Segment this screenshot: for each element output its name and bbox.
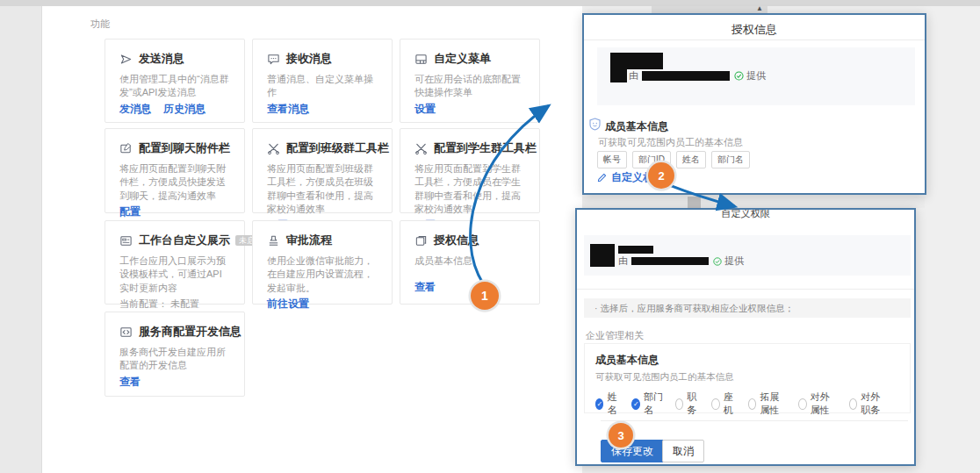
custom-menu-icon	[414, 53, 428, 66]
card-title: 配置到学生群工具栏	[434, 140, 537, 156]
screenshot-root: ▲ 功能 发送消息 使用管理工具中的“消息群发”或API发送消息 发消息历史消息…	[0, 0, 980, 473]
step-1-marker: 1	[471, 282, 499, 310]
redacted-avatar	[590, 244, 615, 267]
card-title: 审批流程	[286, 233, 332, 248]
card-desc: 将应用页面配置到学生群工具栏，方便成员在学生群聊中查看和使用，提高家校沟通效率	[414, 162, 525, 217]
card-desc: 使用企业微信审批能力，在自建应用内设置流程，发起审批。	[267, 254, 378, 295]
link-view-dev-info[interactable]: 查看	[119, 375, 141, 390]
card-desc: 可在应用会话的底部配置快捷操作菜单	[414, 73, 525, 100]
redacted-avatar	[610, 69, 627, 82]
provided-by-suffix: 提供	[746, 69, 766, 82]
shield-icon	[589, 118, 601, 134]
link-history-message[interactable]: 历史消息	[163, 102, 205, 117]
link-send-message[interactable]: 发消息	[119, 102, 151, 117]
card-authorization-info: 授权信息 成员基本信息 查看	[400, 220, 540, 305]
card-desc: 成员基本信息	[414, 254, 525, 268]
card-title: 服务商配置开发信息	[139, 324, 241, 340]
link-view-message[interactable]: 查看消息	[267, 102, 309, 117]
redacted-app-name	[610, 53, 663, 69]
verified-icon	[734, 71, 744, 81]
redacted-provider-name	[631, 257, 709, 265]
group-label: 企业管理相关	[586, 329, 644, 342]
permission-options-row: ✓姓名 ✓部门名 职务 座机 拓展属性 对外属性 对外职务	[595, 391, 899, 417]
workbench-icon	[119, 234, 133, 247]
checkbox-external-attr[interactable]: 对外属性	[798, 391, 837, 417]
card-title: 接收消息	[286, 51, 332, 67]
scroll-up-icon[interactable]: ▲	[756, 4, 763, 12]
redacted-provider-name	[642, 71, 730, 81]
checkbox-external-job[interactable]: 对外职务	[849, 391, 888, 417]
page-left-gutter	[0, 6, 42, 473]
card-desc: 工作台应用入口展示为预设模板样式，可通过API实时更新内容	[119, 254, 230, 295]
horizontal-scrollbar-track	[582, 197, 925, 208]
popup-title-divider	[584, 39, 925, 40]
chat-attachment-icon	[119, 142, 133, 155]
card-student-group-toolbar: 配置到学生群工具栏 将应用页面配置到学生群工具栏，方便成员在学生群聊中查看和使用…	[400, 128, 540, 213]
member-info-desc: 可获取可见范围内员工的基本信息	[595, 371, 899, 383]
tag-account: 帐号	[597, 151, 627, 168]
link-settings[interactable]: 设置	[414, 102, 436, 117]
app-provider-header: 由 提供	[597, 47, 915, 105]
approval-icon	[267, 234, 280, 247]
checkbox-extended-attr[interactable]: 拓展属性	[748, 391, 787, 417]
checkbox-unchecked-icon	[798, 398, 807, 410]
card-desc: 普通消息、自定义菜单操作	[267, 73, 378, 100]
step-3-marker: 3	[609, 423, 633, 448]
card-custom-menu: 自定义菜单 可在应用会话的底部配置快捷操作菜单 设置	[400, 39, 540, 123]
pencil-icon	[597, 173, 607, 183]
step-2-marker: 2	[648, 162, 674, 189]
member-info-panel: 成员基本信息 可获取可见范围内员工的基本信息 ✓姓名 ✓部门名 职务 座机 拓展…	[584, 343, 911, 413]
app-provider-header: 由 提供	[584, 235, 911, 276]
checkbox-department-name[interactable]: ✓部门名	[631, 391, 663, 417]
save-changes-button[interactable]: 保存更改	[601, 440, 664, 462]
member-info-desc: 可获取可见范围内员工的基本信息	[598, 136, 743, 149]
tag-department-name: 部门名	[711, 151, 750, 168]
divider	[577, 289, 916, 290]
link-view-authorization[interactable]: 查看	[414, 280, 436, 295]
checkbox-unchecked-icon	[849, 398, 858, 410]
class-toolbar-icon	[267, 142, 280, 155]
field-tag-row: 帐号 部门ID 姓名 部门名	[597, 151, 750, 168]
card-title: 发送消息	[139, 51, 184, 67]
provided-by-line: 由 提供	[618, 255, 744, 267]
card-provider-dev-info: 服务商配置开发信息 服务商代开发自建应用所配置的开发信息 查看	[104, 312, 245, 397]
cancel-button[interactable]: 取消	[662, 440, 704, 462]
card-desc: 使用管理工具中的“消息群发”或API发送消息	[119, 73, 230, 100]
verified-icon	[713, 257, 722, 266]
card-title: 配置到班级群工具栏	[286, 140, 389, 156]
checkbox-landline[interactable]: 座机	[711, 391, 736, 417]
member-info-title: 成员基本信息	[605, 119, 668, 134]
popup-authorization-info: 授权信息 由 提供 成员基本信息 可获取可见范围内员工的基本信息 帐号 部门ID…	[582, 13, 926, 195]
card-title: 工作台自定义展示	[139, 233, 230, 248]
checkbox-checked-icon: ✓	[631, 398, 640, 410]
checkbox-job-title[interactable]: 职务	[675, 391, 700, 417]
provided-by-line: 由 提供	[629, 69, 766, 82]
card-workbench-display: 工作台自定义展示未启用 工作台应用入口展示为预设模板样式，可通过API实时更新内…	[104, 220, 245, 305]
card-receive-message: 接收消息 普通消息、自定义菜单操作 查看消息	[252, 39, 393, 123]
link-configure[interactable]: 配置	[119, 204, 141, 219]
authorization-icon	[414, 234, 428, 247]
provided-by-prefix: 由	[629, 69, 638, 82]
checkbox-unchecked-icon	[711, 398, 719, 410]
card-desc: 服务商代开发自建应用所配置的开发信息	[119, 346, 230, 373]
checkbox-unchecked-icon	[748, 398, 757, 410]
card-class-group-toolbar: 配置到班级群工具栏 将应用页面配置到班级群工具栏，方便成员在班级群聊中查看和使用…	[252, 128, 393, 213]
member-info-title: 成员基本信息	[595, 353, 899, 368]
card-title: 配置到聊天附件栏	[139, 140, 230, 156]
card-approval-flow: 审批流程 使用企业微信审批能力，在自建应用内设置流程，发起审批。 前往设置	[252, 220, 393, 305]
browser-top-strip	[0, 0, 980, 6]
checkbox-name[interactable]: ✓姓名	[595, 391, 620, 417]
checkbox-checked-icon: ✓	[595, 398, 603, 410]
send-icon	[119, 53, 133, 66]
link-go-settings[interactable]: 前往设置	[267, 297, 309, 312]
student-toolbar-icon	[414, 142, 428, 155]
redacted-app-name	[618, 246, 653, 254]
provided-by-suffix: 提供	[724, 254, 744, 268]
card-chat-attachment: 配置到聊天附件栏 将应用页面配置到聊天附件栏，方便成员快捷发送到聊天，提高沟通效…	[104, 128, 245, 213]
footer-divider	[601, 420, 908, 421]
card-title: 授权信息	[434, 233, 479, 248]
horizontal-scrollbar-thumb[interactable]	[688, 197, 701, 208]
card-desc: 将应用页面配置到班级群工具栏，方便成员在班级群聊中查看和使用，提高家校沟通效率	[267, 162, 378, 217]
provided-by-prefix: 由	[618, 254, 628, 268]
code-icon	[119, 326, 133, 339]
